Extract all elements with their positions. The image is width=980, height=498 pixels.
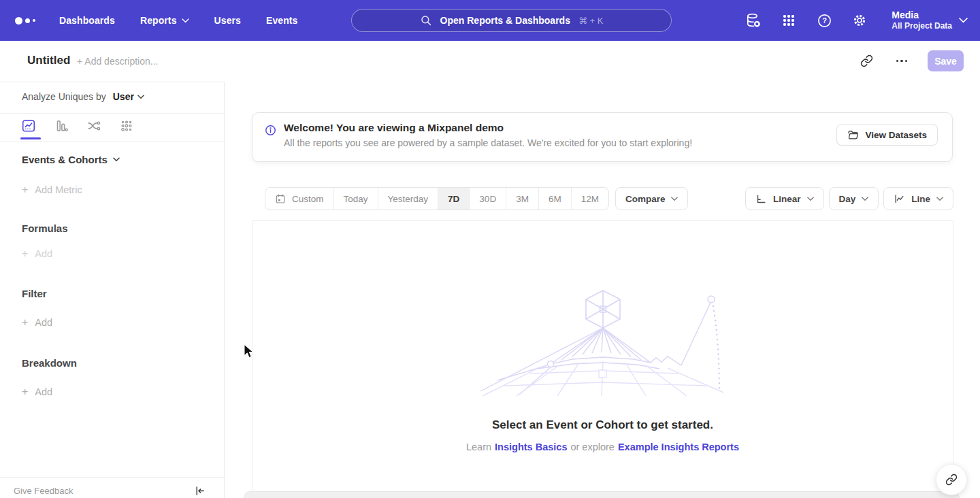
range-today[interactable]: Today bbox=[334, 188, 378, 210]
scale-label: Linear bbox=[773, 194, 801, 204]
info-icon bbox=[265, 124, 276, 136]
range-12m[interactable]: 12M bbox=[572, 188, 608, 210]
example-insights-reports-link[interactable]: Example Insights Reports bbox=[618, 442, 739, 452]
report-description-placeholder[interactable]: + Add description... bbox=[77, 56, 158, 67]
search-icon bbox=[420, 14, 432, 27]
tab-retention-chart[interactable] bbox=[118, 118, 135, 134]
more-options-button[interactable] bbox=[892, 52, 911, 71]
banner-title: Welcome! You are viewing a Mixpanel demo bbox=[284, 122, 504, 134]
chevron-down-icon bbox=[862, 197, 868, 201]
bar-chart-icon bbox=[54, 118, 69, 133]
events-cohorts-label: Events & Cohorts bbox=[22, 154, 108, 165]
range-label: 12M bbox=[581, 194, 599, 204]
dots-grid-icon bbox=[119, 118, 134, 133]
view-datasets-label: View Datasets bbox=[865, 130, 927, 140]
give-feedback-link[interactable]: Give Feedback bbox=[14, 486, 73, 496]
report-header: Untitled + Add description... Save bbox=[0, 41, 980, 82]
link-icon bbox=[860, 54, 873, 67]
empty-state-title: Select an Event or Cohort to get started… bbox=[252, 418, 953, 432]
plus-icon bbox=[22, 184, 28, 196]
add-breakdown-button[interactable]: Add bbox=[22, 386, 52, 398]
compare-dropdown[interactable]: Compare bbox=[615, 187, 689, 210]
search-placeholder: Open Reports & Dashboards bbox=[440, 15, 570, 26]
svg-text:?: ? bbox=[822, 16, 827, 24]
view-datasets-button[interactable]: View Datasets bbox=[836, 124, 938, 146]
settings-gear-icon[interactable] bbox=[851, 12, 868, 29]
nav-right-group: ? Media All Project Data bbox=[745, 0, 968, 41]
chevron-down-icon bbox=[959, 18, 968, 23]
ellipsis-icon bbox=[896, 60, 908, 63]
range-label: 6M bbox=[549, 194, 561, 204]
formulas-section-title: Formulas bbox=[22, 222, 68, 234]
chart-canvas: Select an Event or Cohort to get started… bbox=[252, 220, 953, 498]
tab-bar-chart[interactable] bbox=[53, 118, 69, 134]
add-breakdown-label: Add bbox=[35, 386, 52, 397]
range-label: Today bbox=[344, 194, 368, 204]
tab-flows-chart[interactable] bbox=[86, 118, 102, 134]
insights-basics-link[interactable]: Insights Basics bbox=[495, 442, 567, 452]
query-builder-sidebar: Analyze Uniques by User Events & C bbox=[0, 82, 225, 498]
nav-item-users[interactable]: Users bbox=[214, 15, 241, 26]
chevron-down-icon bbox=[807, 197, 814, 201]
project-switcher[interactable]: Media All Project Data bbox=[892, 10, 968, 31]
or-explore-text: or explore bbox=[570, 442, 614, 452]
collapse-sidebar-button[interactable] bbox=[193, 484, 206, 497]
nav-item-label: Dashboards bbox=[59, 15, 115, 26]
range-yesterday[interactable]: Yesterday bbox=[378, 188, 439, 210]
granularity-dropdown[interactable]: Day bbox=[829, 187, 879, 210]
line-chart-icon bbox=[21, 118, 36, 133]
save-button[interactable]: Save bbox=[928, 50, 964, 71]
apps-grid-icon[interactable] bbox=[780, 12, 798, 29]
help-icon[interactable]: ? bbox=[815, 12, 833, 29]
chevron-down-icon bbox=[113, 157, 120, 162]
range-label: 7D bbox=[448, 194, 459, 204]
range-label: Yesterday bbox=[388, 194, 429, 204]
nav-item-label: Events bbox=[266, 15, 298, 26]
top-nav: Dashboards Reports Users Events Open Rep… bbox=[0, 0, 980, 41]
analyze-by-dropdown[interactable]: User bbox=[113, 91, 144, 102]
range-custom[interactable]: Custom bbox=[265, 188, 334, 210]
folder-icon bbox=[847, 129, 859, 141]
chart-type-tabs bbox=[20, 118, 135, 134]
filter-section-title: Filter bbox=[22, 288, 47, 299]
copy-link-button[interactable] bbox=[857, 52, 876, 71]
nav-item-label: Reports bbox=[140, 15, 177, 26]
chevron-down-icon bbox=[936, 197, 943, 201]
report-title[interactable]: Untitled bbox=[27, 54, 70, 67]
analyze-by-value: User bbox=[113, 91, 134, 102]
range-label: Custom bbox=[292, 194, 324, 204]
calendar-icon bbox=[275, 193, 286, 204]
chevron-down-icon bbox=[137, 95, 144, 99]
scale-dropdown[interactable]: Linear bbox=[745, 187, 824, 210]
empty-state-illustration bbox=[477, 289, 729, 397]
mixpanel-insights-app: Dashboards Reports Users Events Open Rep… bbox=[0, 0, 980, 498]
nav-item-dashboards[interactable]: Dashboards bbox=[59, 15, 115, 26]
learn-prefix: Learn bbox=[466, 442, 491, 452]
linear-axis-icon bbox=[755, 193, 767, 205]
range-6m[interactable]: 6M bbox=[539, 188, 572, 210]
range-3m[interactable]: 3M bbox=[506, 188, 539, 210]
nav-item-label: Users bbox=[214, 15, 241, 26]
flows-icon bbox=[86, 118, 101, 133]
line-chart-icon bbox=[894, 193, 905, 205]
chart-type-dropdown[interactable]: Line bbox=[883, 187, 953, 210]
mixpanel-logo-icon[interactable] bbox=[15, 17, 35, 24]
empty-state-links: Learn Insights Basics or explore Example… bbox=[252, 442, 953, 452]
primary-nav: Dashboards Reports Users Events bbox=[59, 15, 297, 26]
range-30d[interactable]: 30D bbox=[470, 188, 506, 210]
data-management-icon[interactable] bbox=[745, 12, 762, 29]
events-cohorts-section-toggle[interactable]: Events & Cohorts bbox=[22, 154, 120, 165]
add-filter-button[interactable]: Add bbox=[22, 316, 52, 329]
global-search[interactable]: Open Reports & Dashboards ⌘ + K bbox=[351, 9, 672, 32]
nav-item-events[interactable]: Events bbox=[266, 15, 298, 26]
share-link-fab[interactable] bbox=[936, 464, 967, 495]
add-metric-button[interactable]: Add Metric bbox=[22, 184, 82, 196]
add-formula-button[interactable]: Add bbox=[22, 248, 52, 260]
results-panel-peek[interactable] bbox=[244, 491, 960, 498]
add-filter-label: Add bbox=[35, 317, 52, 328]
range-label: 30D bbox=[479, 194, 496, 204]
range-7d[interactable]: 7D bbox=[438, 188, 470, 210]
nav-item-reports[interactable]: Reports bbox=[140, 15, 189, 26]
tab-insights-chart[interactable] bbox=[20, 118, 37, 134]
chevron-down-icon bbox=[182, 18, 189, 23]
